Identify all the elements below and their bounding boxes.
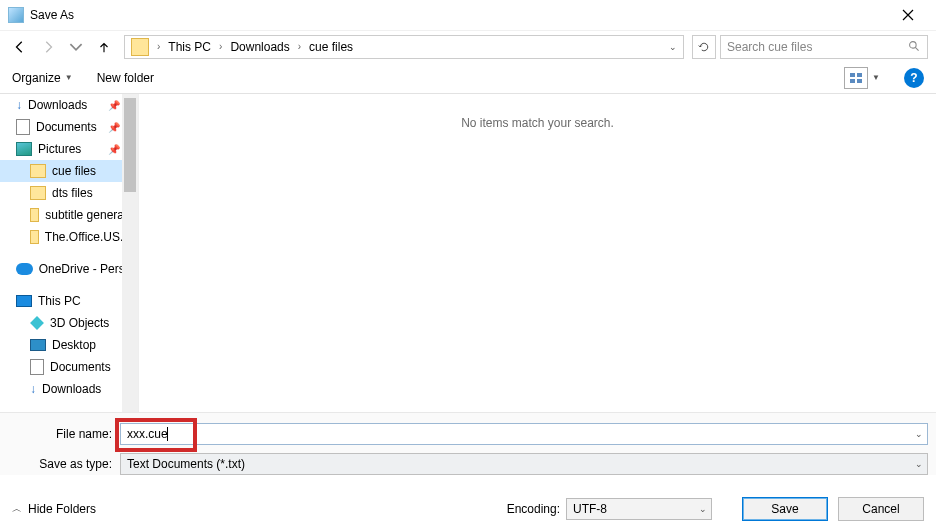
chevron-down-icon[interactable]: ⌄	[915, 429, 923, 439]
hide-folders-button[interactable]: ︿ Hide Folders	[12, 502, 96, 516]
forward-button[interactable]	[36, 35, 60, 59]
desktop-icon	[30, 339, 46, 351]
pin-icon: 📌	[108, 100, 120, 111]
document-icon	[16, 119, 30, 135]
text-cursor	[167, 427, 168, 441]
encoding-value: UTF-8	[573, 502, 607, 516]
tree-item[interactable]: Desktop	[0, 334, 138, 356]
bottom-panel: File name: xxx.cue ⌄ Save as type: Text …	[0, 412, 936, 475]
breadcrumb-item[interactable]: Downloads	[226, 40, 293, 54]
pin-icon: 📌	[108, 122, 120, 133]
chevron-down-icon[interactable]: ⌄	[669, 42, 677, 52]
tree-item-label: dts files	[52, 186, 93, 200]
svg-rect-4	[857, 79, 862, 83]
up-button[interactable]	[92, 35, 116, 59]
tree-item[interactable]: 3D Objects	[0, 312, 138, 334]
tree-item-label: cue files	[52, 164, 96, 178]
navbar: › This PC › Downloads › cue files ⌄ Sear…	[0, 30, 936, 62]
filename-input[interactable]: xxx.cue ⌄	[120, 423, 928, 445]
recent-dropdown[interactable]	[64, 35, 88, 59]
search-placeholder: Search cue files	[727, 40, 812, 54]
tree-item[interactable]: ↓Downloads	[0, 378, 138, 400]
savetype-value: Text Documents (*.txt)	[127, 457, 245, 471]
folder-icon	[131, 38, 149, 56]
empty-message: No items match your search.	[461, 116, 614, 130]
svg-rect-1	[850, 73, 855, 77]
folder-icon	[30, 164, 46, 178]
search-input[interactable]: Search cue files	[720, 35, 928, 59]
chevron-up-icon: ︿	[12, 502, 22, 516]
tree-item[interactable]: OneDrive - Person	[0, 258, 138, 280]
tree-item-label: Downloads	[42, 382, 101, 396]
address-bar[interactable]: › This PC › Downloads › cue files ⌄	[124, 35, 684, 59]
chevron-right-icon[interactable]: ›	[215, 41, 226, 52]
pictures-icon	[16, 142, 32, 156]
tree-item[interactable]: ↓Downloads📌	[0, 94, 138, 116]
scroll-thumb[interactable]	[124, 98, 136, 192]
folder-icon	[30, 208, 39, 222]
chevron-down-icon[interactable]: ⌄	[699, 504, 707, 514]
chevron-right-icon[interactable]: ›	[153, 41, 164, 52]
tree-item[interactable]: subtitle generator	[0, 204, 138, 226]
encoding-label: Encoding:	[507, 502, 560, 516]
download-icon: ↓	[16, 98, 22, 112]
pc-icon	[16, 295, 32, 307]
chevron-down-icon[interactable]: ▼	[872, 73, 880, 82]
view-button[interactable]	[844, 67, 868, 89]
tree-item-label: Documents	[50, 360, 111, 374]
scrollbar[interactable]	[122, 94, 138, 412]
tree-item-label: This PC	[38, 294, 81, 308]
savetype-label: Save as type:	[8, 457, 120, 471]
search-icon	[908, 40, 921, 53]
refresh-button[interactable]	[692, 35, 716, 59]
titlebar: Save As	[0, 0, 936, 30]
encoding-combo[interactable]: UTF-8 ⌄	[566, 498, 712, 520]
nav-tree[interactable]: ↓Downloads📌Documents📌Pictures📌cue filesd…	[0, 94, 138, 412]
folder-icon	[30, 230, 39, 244]
tree-item-label: Pictures	[38, 142, 81, 156]
filename-label: File name:	[8, 427, 120, 441]
tree-item-label: Desktop	[52, 338, 96, 352]
help-button[interactable]: ?	[904, 68, 924, 88]
tree-item[interactable]: The.Office.US.S0	[0, 226, 138, 248]
tree-item-label: 3D Objects	[50, 316, 109, 330]
window-title: Save As	[30, 8, 888, 22]
tree-item[interactable]: dts files	[0, 182, 138, 204]
footer: ︿ Hide Folders Encoding: UTF-8 ⌄ Save Ca…	[0, 483, 936, 521]
close-icon	[902, 9, 914, 21]
savetype-combo[interactable]: Text Documents (*.txt) ⌄	[120, 453, 928, 475]
tree-item-label: Documents	[36, 120, 97, 134]
tree-item[interactable]: Documents	[0, 356, 138, 378]
save-button[interactable]: Save	[742, 497, 828, 521]
cloud-icon	[16, 263, 33, 275]
back-button[interactable]	[8, 35, 32, 59]
cancel-button[interactable]: Cancel	[838, 497, 924, 521]
close-button[interactable]	[888, 1, 928, 29]
chevron-down-icon: ▼	[65, 73, 73, 82]
download-icon: ↓	[30, 382, 36, 396]
pin-icon: 📌	[108, 144, 120, 155]
chevron-down-icon[interactable]: ⌄	[915, 459, 923, 469]
chevron-right-icon[interactable]: ›	[294, 41, 305, 52]
svg-point-0	[910, 42, 917, 49]
app-icon	[8, 7, 24, 23]
svg-rect-3	[850, 79, 855, 83]
folder-icon	[30, 186, 46, 200]
tree-item[interactable]: cue files	[0, 160, 138, 182]
toolbar: Organize▼ New folder ▼ ?	[0, 62, 936, 94]
filename-value: xxx.cue	[127, 427, 168, 441]
tree-item[interactable]: Pictures📌	[0, 138, 138, 160]
new-folder-button[interactable]: New folder	[97, 71, 154, 85]
3d-icon	[30, 316, 44, 330]
file-list[interactable]: No items match your search.	[138, 94, 936, 412]
svg-rect-2	[857, 73, 862, 77]
tree-item[interactable]: This PC	[0, 290, 138, 312]
tree-item-label: Downloads	[28, 98, 87, 112]
tree-item[interactable]: Documents📌	[0, 116, 138, 138]
organize-button[interactable]: Organize▼	[12, 71, 73, 85]
breadcrumb-item[interactable]: This PC	[164, 40, 215, 54]
breadcrumb-item[interactable]: cue files	[305, 40, 357, 54]
document-icon	[30, 359, 44, 375]
